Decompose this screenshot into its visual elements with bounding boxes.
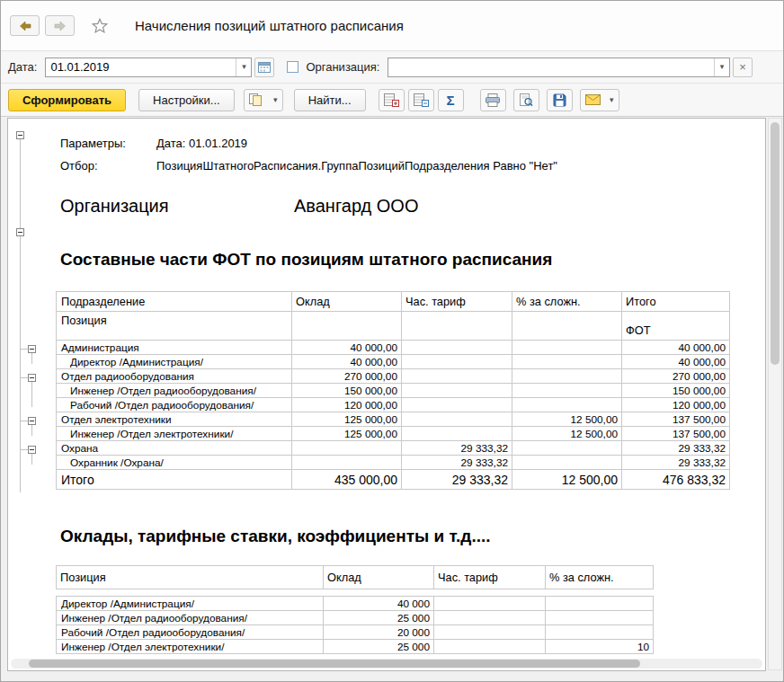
cell-total: 137 500,00 xyxy=(622,412,730,427)
cell-complexity: 10 xyxy=(546,640,654,654)
find-button[interactable]: Найти... xyxy=(294,89,366,111)
chevron-down-icon: ▾ xyxy=(720,63,725,71)
params-value: Дата: 01.01.2019 xyxy=(156,137,247,150)
preview-button[interactable] xyxy=(513,89,539,111)
cell-complexity xyxy=(512,369,622,384)
cell-total: 270 000,00 xyxy=(622,369,730,384)
cell-total: 29 333,32 xyxy=(622,441,730,456)
collapse-toggle-organization[interactable] xyxy=(16,228,24,236)
collapse-toggle-group[interactable] xyxy=(28,417,36,425)
selection-label: Отбор: xyxy=(60,159,98,173)
horizontal-scrollbar[interactable] xyxy=(11,659,762,669)
close-icon: × xyxy=(739,60,746,74)
collapse-groups-button[interactable] xyxy=(408,89,434,111)
cell-label: Рабочий /Отдел радиооборудования/ xyxy=(57,398,292,412)
col-header-fot: ФОТ xyxy=(622,312,730,341)
collapse-toggle-group[interactable] xyxy=(28,374,36,382)
back-button[interactable] xyxy=(10,15,40,36)
print-button[interactable] xyxy=(480,89,506,111)
sigma-icon: Σ xyxy=(447,93,455,107)
printer-icon xyxy=(485,93,501,107)
report-variants-button[interactable]: ▾ xyxy=(244,89,283,111)
horizontal-scrollbar-thumb[interactable] xyxy=(29,660,640,668)
salary-table-body: Директор /Администрация/ 40 000 Инженер … xyxy=(56,596,654,654)
table-row: Отдел радиооборудования 270 000,00 270 0… xyxy=(57,369,730,384)
collapse-toggle-report[interactable] xyxy=(16,131,24,139)
cell-complexity xyxy=(512,456,622,470)
cell-label: Директор /Администрация/ xyxy=(57,597,324,611)
cell-total: 40 000,00 xyxy=(622,355,730,369)
table-row: Инженер /Отдел электротехники/ 25 000 10 xyxy=(57,640,654,654)
col-header-rate: Час. тариф xyxy=(402,292,512,312)
cell-label: Инженер /Отдел радиооборудования/ xyxy=(57,384,292,398)
chevron-down-icon: ▾ xyxy=(242,63,246,71)
cell-rate xyxy=(434,597,546,611)
cell-label: Охрана xyxy=(57,441,292,456)
favorites-button[interactable] xyxy=(92,18,108,34)
cell-salary: 435 000,00 xyxy=(292,470,402,490)
cell-salary xyxy=(292,441,402,456)
tree-line xyxy=(31,353,32,364)
cell-salary: 40 000,00 xyxy=(292,341,402,355)
cell-rate xyxy=(434,640,546,654)
tree-line xyxy=(20,377,28,378)
report-canvas: Параметры: Дата: 01.01.2019 Отбор: Позиц… xyxy=(7,118,766,671)
vertical-scrollbar-thumb[interactable] xyxy=(771,122,780,365)
cell-label: Итого xyxy=(57,470,292,490)
chevron-down-icon: ▾ xyxy=(610,96,614,104)
cell-rate xyxy=(402,412,512,427)
cell-salary: 125 000,00 xyxy=(292,427,402,441)
collapse-toggle-group[interactable] xyxy=(28,345,36,353)
cell-complexity xyxy=(512,355,622,369)
cell-label: Охранник /Охрана/ xyxy=(57,456,292,470)
vertical-scrollbar[interactable] xyxy=(768,118,782,670)
expand-groups-icon xyxy=(384,93,399,107)
col-header-total: Итого xyxy=(622,292,730,312)
table-row: Директор /Администрация/ 40 000,00 40 00… xyxy=(57,355,730,369)
cell-salary: 125 000,00 xyxy=(292,412,402,427)
cell-rate xyxy=(402,355,512,369)
mail-icon xyxy=(585,94,601,105)
cell-complexity xyxy=(512,341,622,355)
cell-empty xyxy=(292,312,402,341)
expand-groups-button[interactable] xyxy=(379,89,405,111)
sum-button[interactable]: Σ xyxy=(438,89,464,111)
salary-table-header: Позиция Оклад Час. тариф % за сложн. xyxy=(56,565,654,589)
cell-salary: 25 000 xyxy=(324,611,434,625)
cell-label: Инженер /Отдел электротехники/ xyxy=(57,427,292,441)
toolbar: Сформировать Настройки... ▾ Найти... Σ ▾ xyxy=(1,84,783,117)
cell-total: 40 000,00 xyxy=(622,341,730,355)
preview-icon xyxy=(519,93,533,107)
cell-complexity xyxy=(512,441,622,456)
generate-button[interactable]: Сформировать xyxy=(8,89,126,111)
table-row: Администрация 40 000,00 40 000,00 xyxy=(57,341,730,355)
calendar-icon xyxy=(258,61,271,73)
cell-complexity: 12 500,00 xyxy=(512,470,622,490)
tree-line xyxy=(20,139,21,228)
mail-button[interactable]: ▾ xyxy=(580,89,619,111)
save-button[interactable] xyxy=(547,89,573,111)
calendar-button[interactable] xyxy=(254,58,274,77)
cell-label: Инженер /Отдел электротехники/ xyxy=(57,640,324,654)
collapse-toggle-group[interactable] xyxy=(28,446,36,454)
tree-line xyxy=(31,454,32,465)
org-clear-button[interactable]: × xyxy=(733,58,753,77)
cell-rate xyxy=(434,611,546,625)
settings-button[interactable]: Настройки... xyxy=(138,89,235,111)
org-combobox-group: ▾ xyxy=(388,58,730,77)
col-header-salary: Оклад xyxy=(324,566,434,589)
col-header-position: Позиция xyxy=(57,312,292,341)
cell-salary: 40 000 xyxy=(324,597,434,611)
tree-line xyxy=(20,421,28,421)
date-dropdown-button[interactable]: ▾ xyxy=(236,58,251,76)
collapse-groups-icon xyxy=(414,93,429,107)
org-filter-checkbox[interactable] xyxy=(287,61,298,73)
forward-button[interactable] xyxy=(45,15,75,36)
date-input[interactable]: 01.01.2019 xyxy=(46,58,236,76)
org-combobox[interactable] xyxy=(388,58,714,76)
org-dropdown-button[interactable]: ▾ xyxy=(714,58,729,76)
cell-salary: 270 000,00 xyxy=(292,369,402,384)
cell-label: Администрация xyxy=(57,341,292,355)
cell-label: Директор /Администрация/ xyxy=(57,355,292,369)
cell-empty xyxy=(402,312,512,341)
